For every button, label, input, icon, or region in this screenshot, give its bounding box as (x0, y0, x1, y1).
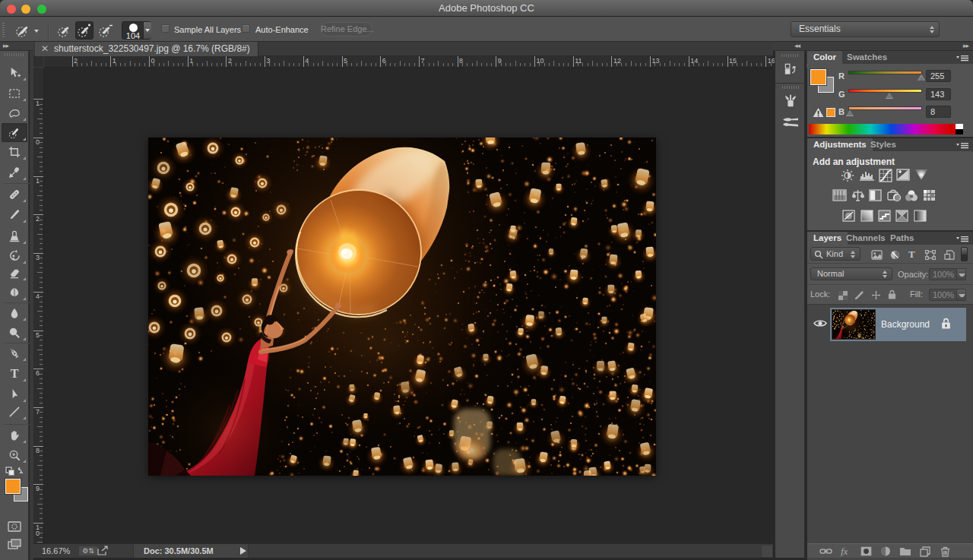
svg-text:fx: fx (841, 546, 848, 556)
